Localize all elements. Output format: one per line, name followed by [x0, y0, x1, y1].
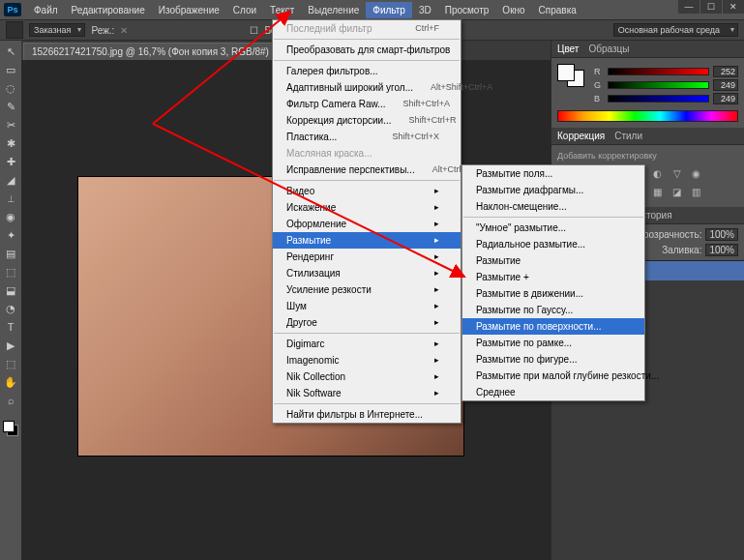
filter-wideangle[interactable]: Адаптивный широкий угол...Alt+Shift+Ctrl…: [273, 79, 461, 96]
document-tab-title: 15266217421750.jpg @ 16,7% (Фон копия 3,…: [32, 46, 276, 57]
filter-smart[interactable]: Преобразовать для смарт-фильтров: [273, 42, 461, 58]
filter-cameraraw[interactable]: Фильтр Camera Raw...Shift+Ctrl+A: [273, 96, 461, 112]
color-pair-icon[interactable]: [557, 64, 584, 87]
maximize-button[interactable]: ☐: [700, 0, 722, 14]
tool-blur[interactable]: ⬚: [1, 263, 20, 280]
menu-select[interactable]: Выделение: [301, 2, 366, 18]
filter-sub-stylize[interactable]: Стилизация: [273, 265, 461, 281]
g-value[interactable]: 249: [713, 79, 738, 91]
blur-item-13[interactable]: Среднее: [462, 384, 644, 400]
tool-gradient[interactable]: ▤: [1, 245, 20, 262]
b-value[interactable]: 249: [713, 93, 738, 104]
blur-item-11[interactable]: Размытие по фигуре...: [462, 351, 644, 368]
current-tool-icon[interactable]: [6, 21, 23, 39]
tool-eraser[interactable]: ✦: [1, 226, 20, 244]
filter-sub-sharpen[interactable]: Усиление резкости: [273, 281, 461, 298]
r-slider[interactable]: [608, 68, 709, 75]
blur-item-6[interactable]: Размытие +: [462, 269, 644, 285]
filter-sub-blur[interactable]: Размытие: [273, 232, 461, 249]
spectrum-bar[interactable]: [557, 110, 738, 122]
filter-last[interactable]: Последний фильтрCtrl+F: [273, 20, 461, 37]
filter-oil[interactable]: Масляная краска...: [273, 145, 461, 162]
filter-vanish[interactable]: Исправление перспективы...Alt+Ctrl+V: [273, 162, 461, 178]
filter-menu: Последний фильтрCtrl+F Преобразовать для…: [272, 19, 461, 424]
tool-stamp[interactable]: ⟂: [1, 190, 20, 207]
blur-item-0[interactable]: Размытие поля...: [462, 165, 644, 182]
tool-shape[interactable]: ⬚: [1, 355, 20, 372]
menu-edit[interactable]: Редактирование: [65, 2, 152, 18]
filter-sub-distort[interactable]: Искажение: [273, 199, 461, 216]
menu-help[interactable]: Справка: [532, 2, 583, 18]
blur-item-5[interactable]: Размытие: [462, 252, 644, 269]
filter-lens[interactable]: Коррекция дисторсии...Shift+Ctrl+R: [273, 112, 461, 129]
adj-vibrance-icon[interactable]: ▽: [670, 168, 685, 179]
blur-item-8[interactable]: Размытие по Гауссу...: [462, 302, 644, 318]
swatches-tab[interactable]: Образцы: [588, 44, 629, 54]
adj-exposure-icon[interactable]: ◐: [650, 168, 666, 179]
minimize-button[interactable]: —: [678, 0, 699, 14]
menu-view[interactable]: Просмотр: [438, 2, 496, 18]
close-button[interactable]: ✕: [723, 0, 744, 14]
fill-value[interactable]: 100%: [705, 244, 738, 256]
blur-item-12[interactable]: Размытие при малой глубине резкости...: [462, 368, 644, 384]
menu-3d[interactable]: 3D: [412, 2, 438, 18]
tool-type[interactable]: T: [1, 318, 20, 336]
blur-item-9[interactable]: Размытие по поверхности...: [462, 318, 644, 335]
menu-layers[interactable]: Слои: [226, 2, 263, 18]
filter-sub-other[interactable]: Другое: [273, 314, 461, 331]
blur-item-1[interactable]: Размытие диафрагмы...: [462, 182, 644, 198]
tool-zoom[interactable]: ⌕: [1, 392, 20, 409]
r-value[interactable]: 252: [713, 66, 738, 77]
styles-tab[interactable]: Стили: [614, 131, 642, 141]
filter-sub-pixelate[interactable]: Оформление: [273, 216, 461, 232]
adj-lookup-icon[interactable]: ▦: [650, 187, 666, 197]
g-slider[interactable]: [608, 81, 709, 89]
filter-plg-niksoft[interactable]: Nik Software: [273, 385, 461, 401]
tool-wand[interactable]: ✎: [1, 98, 20, 115]
blur-item-3[interactable]: "Умное" размытие...: [462, 220, 644, 236]
preset-dropdown[interactable]: Заказная: [29, 23, 85, 37]
filter-plg-digimarc[interactable]: Digimarc: [273, 336, 461, 352]
filter-browse[interactable]: Найти фильтры в Интернете...: [273, 406, 461, 423]
color-panel: R252 G249 B249: [551, 58, 744, 128]
tool-lasso[interactable]: ◌: [1, 79, 20, 97]
workspace-dropdown[interactable]: Основная рабочая среда: [613, 23, 738, 37]
tool-history[interactable]: ◉: [1, 208, 20, 225]
menu-window[interactable]: Окно: [495, 2, 531, 18]
tool-eyedrop[interactable]: ✱: [1, 134, 20, 152]
blur-item-2[interactable]: Наклон-смещение...: [462, 198, 644, 215]
tool-path[interactable]: ▶: [1, 337, 20, 354]
blur-item-7[interactable]: Размытие в движении...: [462, 285, 644, 302]
blur-item-4[interactable]: Радиальное размытие...: [462, 236, 644, 252]
tool-heal[interactable]: ✚: [1, 153, 20, 170]
color-tab[interactable]: Цвет: [557, 44, 579, 54]
tool-pen[interactable]: ◔: [1, 300, 20, 317]
document-tab[interactable]: 15266217421750.jpg @ 16,7% (Фон копия 3,…: [23, 43, 298, 60]
adj-poster-icon[interactable]: ▥: [689, 187, 704, 197]
tool-hand[interactable]: ✋: [1, 373, 20, 391]
filter-gallery[interactable]: Галерея фильтров...: [273, 63, 461, 79]
opacity-value[interactable]: 100%: [705, 228, 738, 241]
menu-file[interactable]: Файл: [27, 2, 65, 18]
tool-dodge[interactable]: ⬓: [1, 281, 20, 299]
filter-plg-imagenomic[interactable]: Imagenomic: [273, 352, 461, 368]
menu-text[interactable]: Текст: [263, 2, 301, 18]
adj-invert-icon[interactable]: ◪: [670, 187, 685, 197]
adjust-tab[interactable]: Коррекция: [557, 131, 605, 141]
filter-liquify[interactable]: Пластика...Shift+Ctrl+X: [273, 129, 461, 145]
menubar: Ps Файл Редактирование Изображение Слои …: [0, 0, 744, 19]
menu-filter[interactable]: Фильтр: [366, 2, 412, 18]
filter-sub-noise[interactable]: Шум: [273, 298, 461, 314]
color-swatch[interactable]: [3, 421, 18, 436]
tool-move[interactable]: ↖: [1, 43, 20, 60]
filter-sub-video[interactable]: Видео: [273, 183, 461, 199]
b-slider[interactable]: [608, 95, 709, 103]
tool-crop[interactable]: ✂: [1, 116, 20, 133]
filter-plg-nikcoll[interactable]: Nik Collection: [273, 368, 461, 385]
tool-marquee[interactable]: ▭: [1, 61, 20, 78]
tool-brush[interactable]: ◢: [1, 171, 20, 189]
menu-image[interactable]: Изображение: [152, 2, 226, 18]
filter-sub-render[interactable]: Рендеринг: [273, 249, 461, 265]
blur-item-10[interactable]: Размытие по рамке...: [462, 335, 644, 351]
adj-hue-icon[interactable]: ◉: [689, 168, 704, 179]
